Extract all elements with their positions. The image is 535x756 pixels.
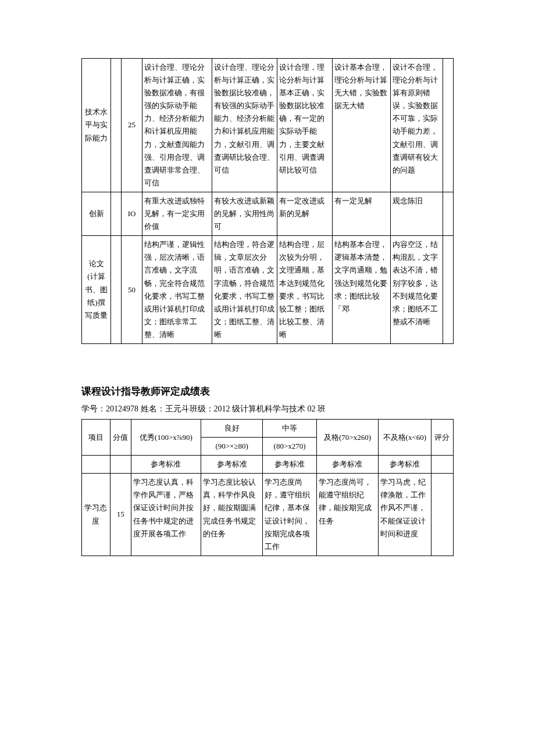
spacer-cell [111, 236, 122, 344]
row-score: 25 [122, 59, 142, 192]
header-row-1: 项目 分值 优秀(100>x⅞90) 良好 中等 及格(70>x260) 不及格… [82, 419, 454, 437]
col-header-pass: 及格(70>x260) [317, 419, 379, 455]
col-header-project: 项目 [82, 419, 110, 455]
row-score: 15 [110, 474, 131, 556]
col-header-mid-bottom: (80>x270) [263, 438, 317, 456]
rubric-table-lower: 项目 分值 优秀(100>x⅞90) 良好 中等 及格(70>x260) 不及格… [81, 419, 454, 556]
cell-excellent: 有重大改进或独特见解，有一定实用价值 [142, 192, 212, 235]
spacer-cell [111, 192, 122, 235]
score-input-cell[interactable] [443, 236, 454, 344]
col-header-excellent: 优秀(100>x⅞90) [131, 419, 201, 455]
cell-fail: 内容空泛，结构混乱，文字表达不清，错别字较多，达不到规范化要求；图纸不工整或不清… [391, 236, 443, 344]
col-header-score: 分值 [110, 419, 131, 455]
cell-fail: 观念陈旧 [391, 192, 443, 235]
empty-cell [110, 456, 131, 474]
row-score: IO [122, 192, 142, 235]
cell-pass: 学习态度尚可，能遵守组织纪律，能按期完成任务 [317, 474, 379, 556]
ref-std: 参考标准 [263, 456, 317, 474]
score-input-cell[interactable] [443, 192, 454, 235]
header-row-ref: 参考标准 参考标准 参考标准 参考标准 参考标准 [82, 456, 454, 474]
ref-std: 参考标准 [201, 456, 263, 474]
row-score: 50 [122, 236, 142, 344]
empty-cell [82, 456, 110, 474]
row-label: 技术水平与实际能力 [82, 59, 111, 192]
col-header-good-top: 良好 [201, 419, 263, 437]
cell-good: 结构合理，符合逻辑，文章层次分明，语言准确，文字流畅，符合规范化要求，书写工整或… [212, 236, 277, 344]
table-row: 创新 IO 有重大改进或独特见解，有一定实用价值 有较大改进或新颖的见解，实用性… [82, 192, 454, 235]
cell-pass: 有一定见解 [333, 192, 391, 235]
cell-fail: 学习马虎，纪律涣散，工作作风不严谨，不能保证设计时间和进度 [378, 474, 431, 556]
score-input-cell[interactable] [431, 474, 453, 556]
cell-mid: 学习态度尚好，遵守组织纪律，基本保证设计时间，按期完成各项工作 [263, 474, 317, 556]
table-row: 学习态度 15 学习态度认真，科学作风严谨，严格保证设计时间并按任务书中规定的进… [82, 474, 454, 556]
row-label: 论文(计算书、图纸)撰写质量 [82, 236, 111, 344]
student-info-line: 学号：20124978 姓名：王元斗班级：2012 级计算机科学与技术 02 班 [81, 404, 454, 414]
cell-good: 有较大改进或新颖的见解，实用性尚可 [212, 192, 277, 235]
rubric-table-upper: 技术水平与实际能力 25 设计合理、理论分析与计算正确，实验数据准确，有很强的实… [81, 58, 454, 344]
score-input-cell[interactable] [443, 59, 454, 192]
cell-mid: 结构合理，层次较为分明，文理通顺，基本达到规范化要求，书写比较工整；图纸比较工整… [277, 236, 333, 344]
cell-pass: 结构基本合理，逻辑基本清楚，文字尚通顺，勉强达到规范化要求；图纸比较「邓 [333, 236, 391, 344]
table-row: 技术水平与实际能力 25 设计合理、理论分析与计算正确，实验数据准确，有很强的实… [82, 59, 454, 192]
cell-fail: 设计不合理，理论分析与计算有原则错误，实验数据不可靠，实际动手能力差，文献引用、… [391, 59, 443, 192]
ref-std: 参考标准 [317, 456, 379, 474]
empty-cell [431, 456, 453, 474]
cell-good: 学习态度比较认真，科学作风良好，能按期圆满完成任务书规定的任务 [201, 474, 263, 556]
row-label: 创新 [82, 192, 111, 235]
cell-excellent: 设计合理、理论分析与计算正确，实验数据准确，有很强的实际动手能力、经济分析能力和… [142, 59, 212, 192]
table-row: 论文(计算书、图纸)撰写质量 50 结构严谨，逻辑性强，层次清晰，语言准确，文字… [82, 236, 454, 344]
cell-pass: 设计基本合理，理论分析与计算无大错，实验数据无大错 [333, 59, 391, 192]
col-header-fail: 不及格(x<60) [378, 419, 431, 455]
col-header-rating: 评分 [431, 419, 453, 455]
cell-good: 设计合理、理论分析与计算正确，实验数据比较准确，有较强的实际动手能力、经济分析能… [212, 59, 277, 192]
cell-excellent: 结构严谨，逻辑性强，层次清晰，语言准确，文字流畅，完全符合规范化要求，书写工整或… [142, 236, 212, 344]
spacer-cell [111, 59, 122, 192]
cell-mid: 有一定改进或新的见解 [277, 192, 333, 235]
col-header-good-bottom: (90>×≥80) [201, 438, 263, 456]
row-label: 学习态度 [82, 474, 110, 556]
cell-mid: 设计合理，理论分析与计算基本正确，实验数据比较准确，有一定的实际动手能力，主要文… [277, 59, 333, 192]
ref-std: 参考标准 [131, 456, 201, 474]
section-title: 课程设计指导教师评定成绩表 [81, 385, 454, 398]
cell-excellent: 学习态度认真，科学作风严谨，严格保证设计时间并按任务书中规定的进度开展各项工作 [131, 474, 201, 556]
col-header-mid-top: 中等 [263, 419, 317, 437]
ref-std: 参考标准 [378, 456, 431, 474]
